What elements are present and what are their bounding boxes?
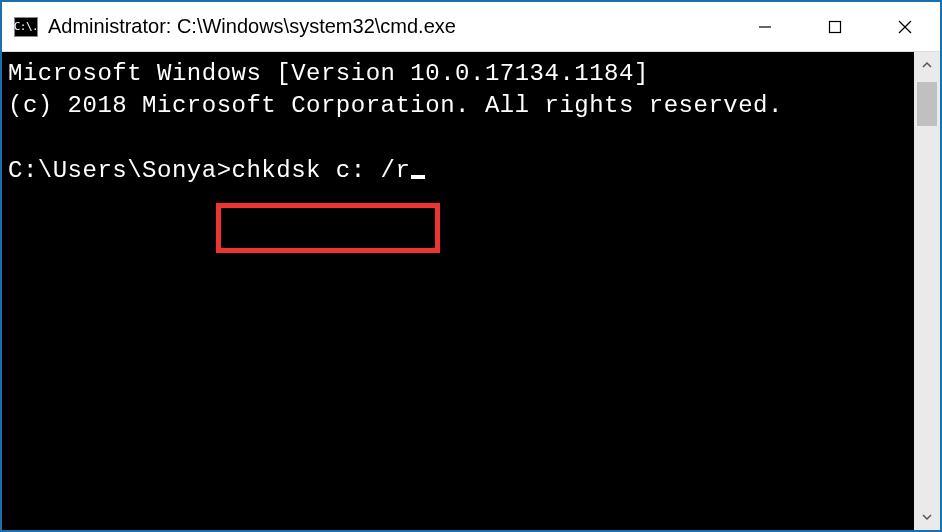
terminal[interactable]: Microsoft Windows [Version 10.0.17134.11… — [2, 52, 914, 530]
titlebar[interactable]: C:\. Administrator: C:\Windows\system32\… — [2, 2, 940, 52]
terminal-line-version: Microsoft Windows [Version 10.0.17134.11… — [8, 60, 649, 87]
cmd-window: C:\. Administrator: C:\Windows\system32\… — [0, 0, 942, 532]
minimize-button[interactable] — [730, 2, 800, 51]
vertical-scrollbar[interactable] — [914, 52, 940, 530]
window-controls — [730, 2, 940, 51]
close-icon — [897, 19, 913, 35]
client-area: Microsoft Windows [Version 10.0.17134.11… — [2, 52, 940, 530]
chevron-up-icon — [921, 59, 933, 71]
terminal-prompt: C:\Users\Sonya> — [8, 157, 232, 184]
chevron-down-icon — [921, 511, 933, 523]
scroll-thumb[interactable] — [917, 82, 937, 126]
maximize-icon — [828, 20, 842, 34]
scroll-up-arrow[interactable] — [914, 52, 940, 78]
close-button[interactable] — [870, 2, 940, 51]
minimize-icon — [758, 20, 772, 34]
maximize-button[interactable] — [800, 2, 870, 51]
terminal-command: chkdsk c: /r — [232, 157, 411, 184]
cmd-icon: C:\. — [14, 17, 38, 37]
svg-rect-1 — [830, 21, 841, 32]
window-title: Administrator: C:\Windows\system32\cmd.e… — [48, 15, 730, 38]
scroll-track[interactable] — [914, 78, 940, 504]
cursor — [411, 175, 425, 179]
scroll-down-arrow[interactable] — [914, 504, 940, 530]
terminal-line-copyright: (c) 2018 Microsoft Corporation. All righ… — [8, 92, 783, 119]
